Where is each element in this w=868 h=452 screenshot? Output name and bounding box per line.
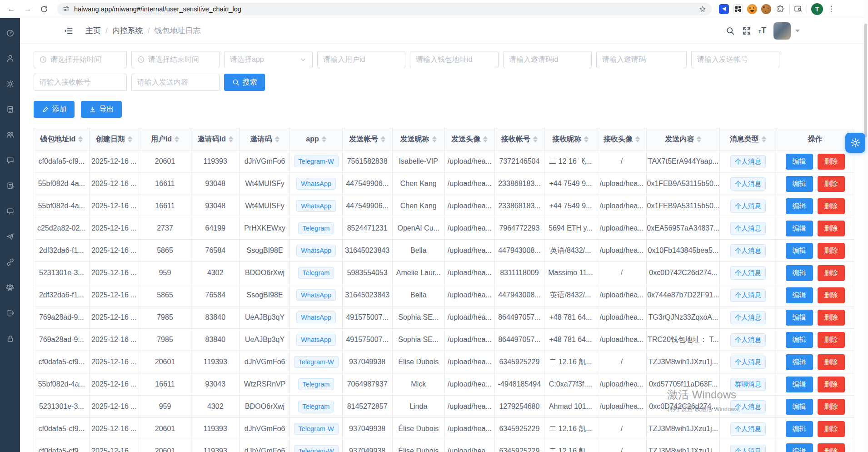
font-size-icon[interactable]: тT <box>758 26 766 35</box>
breadcrumb-item[interactable]: 主页 <box>85 25 101 36</box>
edit-button[interactable]: 编辑 <box>786 243 813 259</box>
delete-button[interactable]: 删除 <box>818 354 845 370</box>
scrollbar[interactable] <box>863 0 868 452</box>
edit-button[interactable]: 编辑 <box>786 354 813 370</box>
edit-button[interactable]: 编辑 <box>786 399 813 415</box>
delete-button[interactable]: 删除 <box>818 443 845 452</box>
extension-emoji-icon[interactable] <box>747 4 757 14</box>
column-header-invite_code_id[interactable]: 邀请码id <box>191 128 239 151</box>
extension-cookie-icon[interactable] <box>761 4 771 14</box>
settings-icon[interactable] <box>2 279 18 296</box>
sort-icon[interactable] <box>432 136 437 142</box>
search-icon[interactable] <box>726 26 735 35</box>
back-icon[interactable]: ← <box>5 2 18 16</box>
column-header-send_account[interactable]: 发送帐号 <box>342 128 392 151</box>
sort-icon[interactable] <box>635 136 640 142</box>
delete-button[interactable]: 删除 <box>818 332 845 348</box>
breadcrumb-item[interactable]: 内控系统 <box>112 25 143 36</box>
sort-icon[interactable] <box>78 136 83 142</box>
gear-icon[interactable] <box>2 75 18 92</box>
column-header-recv_nick[interactable]: 接收昵称 <box>544 128 597 151</box>
edit-button[interactable]: 编辑 <box>786 221 813 236</box>
end-time-picker[interactable]: 请选择结束时间 <box>131 51 219 68</box>
delete-button[interactable]: 删除 <box>818 198 845 214</box>
sort-icon[interactable] <box>584 136 589 142</box>
user-icon[interactable] <box>2 50 18 66</box>
user-avatar[interactable] <box>773 22 791 40</box>
column-header-send_avatar[interactable]: 发送头像 <box>444 128 494 151</box>
column-header-created[interactable]: 创建日期 <box>89 128 139 151</box>
delete-button[interactable]: 删除 <box>818 399 845 415</box>
delete-button[interactable]: 删除 <box>818 265 845 281</box>
column-header-msg_type[interactable]: 消息类型 <box>720 128 776 151</box>
search-button[interactable]: 搜索 <box>224 74 265 91</box>
sort-icon[interactable] <box>381 136 385 142</box>
column-header-app[interactable]: app <box>290 128 343 151</box>
clipboard-icon[interactable] <box>2 101 18 117</box>
delete-button[interactable]: 删除 <box>818 176 845 192</box>
browser-menu-icon[interactable]: ⋮ <box>827 4 835 14</box>
comment-icon[interactable] <box>2 203 18 219</box>
sort-icon[interactable] <box>275 136 279 142</box>
add-button[interactable]: 添加 <box>34 101 75 118</box>
tab-search-icon[interactable] <box>794 5 803 13</box>
browser-profile-avatar[interactable]: T <box>811 3 823 15</box>
fullscreen-icon[interactable] <box>742 26 751 35</box>
theme-settings-button[interactable] <box>845 133 865 153</box>
extension-qr-icon[interactable] <box>733 4 743 14</box>
sort-icon[interactable] <box>322 136 326 142</box>
chevron-down-icon[interactable] <box>795 30 800 32</box>
send-content-input[interactable]: 请输入发送内容 <box>131 74 219 91</box>
delete-button[interactable]: 删除 <box>818 287 845 303</box>
edit-button[interactable]: 编辑 <box>786 198 813 214</box>
chat-icon[interactable] <box>2 152 18 168</box>
send-account-input[interactable]: 请输入发送帐号 <box>691 51 779 68</box>
lock-icon[interactable] <box>2 330 18 347</box>
sort-icon[interactable] <box>175 136 179 142</box>
extensions-puzzle-icon[interactable] <box>775 4 785 14</box>
user-id-input[interactable]: 请输入用户id <box>317 51 405 68</box>
sort-icon[interactable] <box>483 136 488 142</box>
column-header-wallet_id[interactable]: 钱包地址id <box>34 128 90 151</box>
edit-button[interactable]: 编辑 <box>786 377 813 392</box>
edit-button[interactable]: 编辑 <box>786 421 813 437</box>
edit-button[interactable]: 编辑 <box>786 154 813 170</box>
send-icon[interactable] <box>2 228 18 245</box>
link-icon[interactable] <box>2 254 18 270</box>
sort-icon[interactable] <box>229 136 233 142</box>
delete-button[interactable]: 删除 <box>818 421 845 437</box>
bookmark-star-icon[interactable] <box>699 5 706 13</box>
extension-send-icon[interactable] <box>719 4 729 14</box>
url-bar[interactable]: haiwang.app/miwang#/internal/user_sensit… <box>57 3 712 15</box>
column-header-user_id[interactable]: 用户id <box>139 128 191 151</box>
column-header-content[interactable]: 发送内容 <box>647 128 720 151</box>
column-header-recv_avatar[interactable]: 接收头像 <box>597 128 647 151</box>
edit-button[interactable]: 编辑 <box>786 443 813 452</box>
note-edit-icon[interactable] <box>2 177 18 194</box>
forward-icon[interactable]: → <box>21 2 35 16</box>
wallet-id-input[interactable]: 请输入钱包地址id <box>410 51 499 68</box>
sort-icon[interactable] <box>697 136 701 142</box>
export-button[interactable]: 导出 <box>81 101 122 118</box>
delete-button[interactable]: 删除 <box>818 310 845 326</box>
delete-button[interactable]: 删除 <box>818 154 845 170</box>
site-controls-icon[interactable] <box>63 5 70 12</box>
delete-button[interactable]: 删除 <box>818 221 845 236</box>
invite-code-input[interactable]: 请输入邀请码 <box>596 51 687 68</box>
app-select[interactable]: 请选择app <box>224 51 313 68</box>
menu-collapse-icon[interactable] <box>64 26 74 36</box>
edit-button[interactable]: 编辑 <box>786 332 813 348</box>
delete-button[interactable]: 删除 <box>818 243 845 259</box>
edit-button[interactable]: 编辑 <box>786 265 813 281</box>
team-icon[interactable] <box>2 126 18 143</box>
edit-button[interactable]: 编辑 <box>786 287 813 303</box>
delete-button[interactable]: 删除 <box>818 377 845 392</box>
refresh-icon[interactable] <box>37 2 51 16</box>
column-header-recv_account[interactable]: 接收帐号 <box>494 128 544 151</box>
sort-icon[interactable] <box>762 136 766 142</box>
edit-button[interactable]: 编辑 <box>786 176 813 192</box>
invite-code-id-input[interactable]: 请输入邀请码id <box>503 51 592 68</box>
edit-button[interactable]: 编辑 <box>786 310 813 326</box>
scrollbar-thumb[interactable] <box>864 24 867 137</box>
column-header-invite_code[interactable]: 邀请码 <box>239 128 289 151</box>
